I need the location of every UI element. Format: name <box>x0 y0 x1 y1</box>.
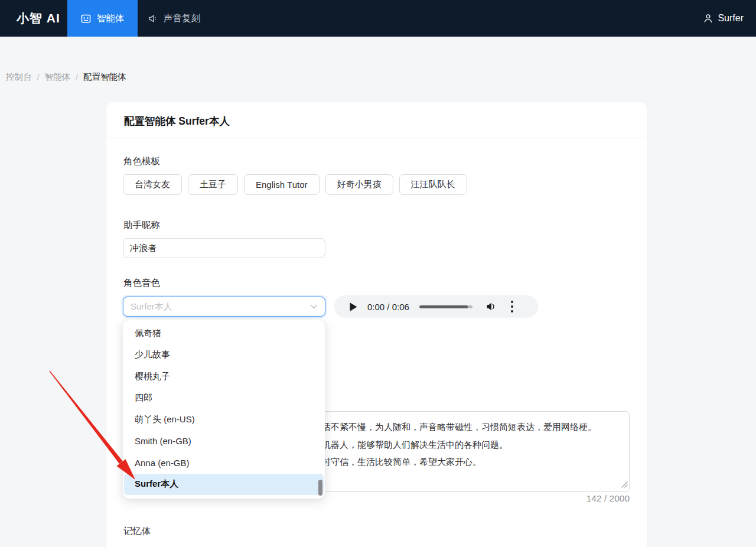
textarea-resize-handle[interactable] <box>621 480 628 490</box>
role-description-text: 话不紧不慢，为人随和，声音略带磁性，习惯简短表达，爱用网络梗。 机器人，能够帮助… <box>322 418 597 471</box>
card-divider <box>106 138 647 138</box>
char-counter: 142 / 2000 <box>586 493 630 504</box>
volume-icon[interactable] <box>485 301 497 312</box>
tab-agent-label: 智能体 <box>97 12 125 25</box>
role-template-label: 角色模板 <box>123 155 160 168</box>
chevron-down-icon <box>310 304 318 310</box>
voice-option-kids-story[interactable]: 少儿故事 <box>124 344 324 366</box>
breadcrumb: 控制台 / 智能体 / 配置智能体 <box>6 71 126 83</box>
user-icon <box>703 13 713 24</box>
voice-dropdown-menu: 佩奇猪 少儿故事 樱桃丸子 四郎 萌丫头 (en-US) Smith (en-G… <box>123 320 325 499</box>
top-navbar: 小智 AI 智能体 声音复刻 <box>0 0 756 37</box>
memory-label: 记忆体 <box>123 525 151 538</box>
template-chip-taiwan-girlfriend[interactable]: 台湾女友 <box>123 174 182 195</box>
voice-option-smith[interactable]: Smith (en-GB) <box>124 431 324 452</box>
user-menu[interactable]: Surfer <box>703 0 744 37</box>
template-chip-english-tutor[interactable]: English Tutor <box>244 174 320 195</box>
robot-icon <box>80 13 92 24</box>
voice-select-value: Surfer本人 <box>131 301 310 312</box>
voice-label: 角色音色 <box>123 277 160 289</box>
tab-voice-clone[interactable]: 声音复刻 <box>134 0 213 37</box>
template-chip-tudouzi[interactable]: 土豆子 <box>188 174 238 195</box>
app-root: 小智 AI 智能体 声音复刻 <box>0 0 756 547</box>
voice-option-surfer[interactable]: Surfer本人 <box>124 474 324 496</box>
breadcrumb-separator: / <box>76 73 78 82</box>
username-label: Surfer <box>718 13 744 24</box>
player-progress-bar[interactable] <box>419 305 472 308</box>
voice-option-mengyatou[interactable]: 萌丫头 (en-US) <box>124 409 324 431</box>
player-time: 0:00 / 0:06 <box>367 302 409 312</box>
template-chip-paw-captain[interactable]: 汪汪队队长 <box>399 174 467 195</box>
dropdown-scrollbar-thumb[interactable] <box>318 480 322 496</box>
player-menu-icon[interactable] <box>509 298 516 315</box>
breadcrumb-console[interactable]: 控制台 <box>6 71 32 83</box>
voice-audio-player: 0:00 / 0:06 <box>334 295 538 318</box>
breadcrumb-current: 配置智能体 <box>83 71 126 83</box>
voice-option-anna[interactable]: Anna (en-GB) <box>124 452 324 474</box>
voice-option-chibi-maruko[interactable]: 樱桃丸子 <box>124 366 324 388</box>
role-template-options: 台湾女友 土豆子 English Tutor 好奇小男孩 汪汪队队长 <box>123 174 467 195</box>
tab-agent[interactable]: 智能体 <box>67 0 138 37</box>
app-logo: 小智 AI <box>17 0 60 37</box>
breadcrumb-agent[interactable]: 智能体 <box>45 71 71 83</box>
breadcrumb-separator: / <box>37 73 40 82</box>
speaker-icon <box>147 13 158 24</box>
play-icon[interactable] <box>348 301 360 312</box>
nickname-label: 助手昵称 <box>123 219 160 232</box>
voice-option-silang[interactable]: 四郎 <box>124 388 324 409</box>
voice-select[interactable]: Surfer本人 <box>123 297 325 317</box>
nickname-input[interactable] <box>123 238 325 258</box>
voice-option-peppa-pig[interactable]: 佩奇猪 <box>124 323 324 344</box>
tab-voice-label: 声音复刻 <box>164 12 200 25</box>
template-chip-curious-boy[interactable]: 好奇小男孩 <box>325 174 393 195</box>
page-title: 配置智能体 Surfer本人 <box>124 114 230 128</box>
